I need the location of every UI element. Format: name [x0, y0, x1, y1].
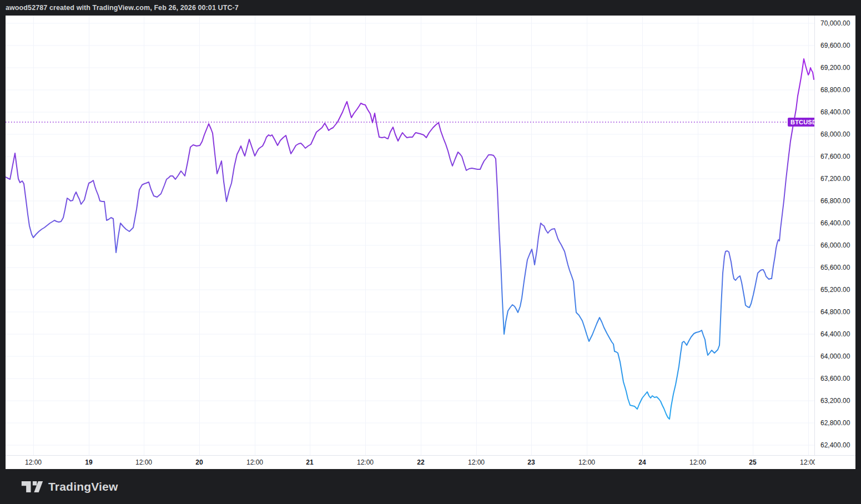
- price-line-canvas: [6, 16, 815, 455]
- time-axis-label: 12:00: [689, 458, 706, 466]
- time-axis-label: 21: [306, 458, 313, 466]
- time-axis[interactable]: 12:001912:002012:002112:002212:002312:00…: [6, 455, 855, 469]
- price-axis-label: 63,600.00: [820, 375, 850, 382]
- price-axis[interactable]: 70,000.0069,600.0069,200.0068,800.0068,4…: [815, 16, 855, 455]
- time-axis-label: 12:00: [578, 458, 595, 466]
- price-axis-label: 64,000.00: [820, 352, 850, 360]
- price-axis-label: 70,000.00: [820, 19, 850, 27]
- price-axis-label: 62,400.00: [820, 441, 850, 449]
- time-axis-label: 23: [527, 458, 535, 466]
- price-axis-label: 69,200.00: [820, 64, 850, 72]
- price-axis-label: 67,200.00: [820, 175, 850, 183]
- time-axis-label: 12:00: [25, 458, 42, 466]
- time-axis-label: 24: [638, 458, 646, 466]
- time-axis-label: 12:00: [800, 458, 815, 466]
- symbol-price-badge[interactable]: BTCUSD: [788, 118, 815, 127]
- chart-widget: BTCUSD 70,000.0069,600.0069,200.0068,800…: [6, 16, 855, 469]
- price-axis-label: 66,800.00: [820, 197, 850, 205]
- price-axis-label: 65,600.00: [820, 264, 850, 271]
- attribution-text: awood52787 created with TradingView.com,…: [6, 4, 239, 12]
- time-axis-label: 19: [85, 458, 92, 466]
- price-line: [6, 59, 814, 419]
- price-axis-label: 69,600.00: [820, 42, 850, 49]
- tradingview-logo-text: TradingView: [48, 480, 118, 493]
- tradingview-logo-icon: [21, 481, 43, 493]
- price-axis-label: 66,400.00: [820, 219, 850, 227]
- time-axis-label: 22: [417, 458, 424, 466]
- tradingview-logo[interactable]: TradingView: [21, 480, 118, 493]
- time-axis-label: 25: [749, 458, 756, 466]
- price-axis-label: 68,800.00: [820, 86, 850, 94]
- footer-bar: TradingView: [0, 469, 861, 504]
- price-axis-label: 65,200.00: [820, 286, 850, 294]
- price-axis-label: 68,000.00: [820, 130, 850, 138]
- time-axis-label: 12:00: [246, 458, 263, 466]
- time-axis-labels: 12:001912:002012:002112:002212:002312:00…: [6, 456, 815, 469]
- price-axis-label: 68,400.00: [820, 108, 850, 116]
- price-axis-label: 64,400.00: [820, 330, 850, 338]
- time-axis-label: 12:00: [135, 458, 152, 466]
- price-chart-plot[interactable]: BTCUSD: [6, 16, 815, 455]
- price-axis-label: 67,600.00: [820, 153, 850, 160]
- time-axis-label: 12:00: [468, 458, 485, 466]
- attribution-bar: awood52787 created with TradingView.com,…: [0, 0, 861, 16]
- time-axis-label: 12:00: [357, 458, 374, 466]
- price-axis-label: 66,000.00: [820, 241, 850, 249]
- price-axis-label: 64,800.00: [820, 308, 850, 316]
- time-axis-label: 20: [195, 458, 203, 466]
- price-axis-label: 62,800.00: [820, 419, 850, 427]
- price-axis-label: 63,200.00: [820, 397, 850, 405]
